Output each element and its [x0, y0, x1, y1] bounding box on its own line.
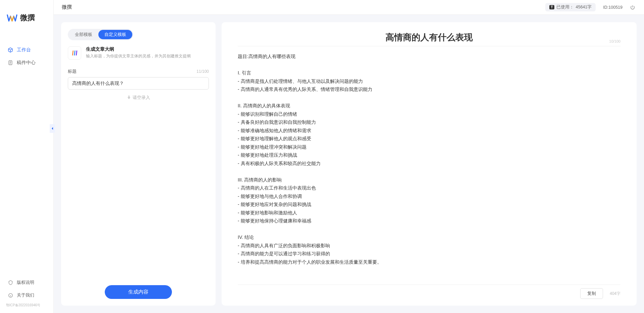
page-title: 微撰	[62, 4, 72, 10]
svg-rect-7	[128, 96, 129, 98]
usage-value: 45641字	[576, 4, 592, 10]
sidebar-item-label: 版权说明	[17, 279, 34, 285]
info-icon	[7, 292, 13, 298]
tab-custom-templates[interactable]: 自定义模板	[98, 30, 132, 39]
user-id: ID:100519	[603, 5, 623, 10]
topbar-right: T 已使用： 45641字 ID:100519	[545, 3, 636, 11]
sidebar-item-workspace[interactable]: 工作台	[0, 44, 53, 56]
copy-button[interactable]: 复制	[580, 288, 603, 299]
topbar: 微撰 T 已使用： 45641字 ID:100519	[54, 0, 644, 15]
sidebar-item-label: 关于我们	[17, 292, 34, 298]
title-field-row: 标题 11/100	[68, 68, 209, 74]
output-footer: 复制 404字	[238, 288, 620, 299]
usage-chip[interactable]: T 已使用： 45641字	[545, 3, 596, 11]
sidebar-item-about[interactable]: 关于我们	[0, 289, 53, 302]
output-heading: 高情商的人有什么表现	[238, 32, 620, 43]
main: 微撰 T 已使用： 45641字 ID:100519 全部模板 自定义模板	[54, 0, 644, 313]
output-panel: 高情商的人有什么表现 10/100 题目:高情商的人有哪些表现 I. 引言 - …	[222, 22, 637, 306]
nav: 工作台 稿件中心	[0, 27, 53, 276]
sidebar-item-label: 稿件中心	[17, 60, 36, 66]
generate-button[interactable]: 生成内容	[105, 285, 172, 299]
title-input[interactable]	[68, 77, 209, 90]
logo-text: 微撰	[20, 13, 35, 23]
input-panel: 全部模板 自定义模板 生成文章大纲 输入标题，为你提供文章主体的灵感，并为其创建…	[61, 22, 216, 306]
usage-label: 已使用：	[556, 4, 574, 10]
sidebar-bottom: 版权说明 关于我们 鄂ICP备2022016946号	[0, 276, 53, 313]
doc-icon	[7, 60, 13, 66]
sidebar-collapse-toggle[interactable]	[50, 124, 55, 133]
content: 全部模板 自定义模板 生成文章大纲 输入标题，为你提供文章主体的灵感，并为其创建…	[54, 15, 644, 313]
sidebar-item-copyright[interactable]: 版权说明	[0, 276, 53, 289]
voice-hint-label: 请空录入	[133, 95, 150, 101]
mic-icon	[127, 95, 131, 100]
power-icon[interactable]	[630, 4, 636, 10]
divider	[238, 46, 620, 46]
shield-icon	[7, 279, 13, 285]
template-desc: 输入标题，为你提供文章主体的灵感，并为其创建推文提纲	[86, 53, 191, 59]
output-body[interactable]: 题目:高情商的人有哪些表现 I. 引言 - 高情商是指人们处理情绪、与他人互动以…	[238, 52, 620, 280]
title-label: 标题	[68, 68, 77, 74]
logo: 微撰	[0, 7, 53, 27]
usage-badge-icon: T	[549, 5, 554, 9]
title-char-count: 11/100	[196, 69, 209, 74]
icp-text: 鄂ICP备2022016946号	[0, 302, 53, 310]
sidebar-item-label: 工作台	[17, 47, 31, 53]
voice-hint[interactable]: 请空录入	[68, 95, 209, 101]
tab-all-templates[interactable]: 全部模板	[69, 30, 98, 39]
cube-icon	[7, 47, 13, 53]
output-word-count: 404字	[610, 291, 620, 297]
template-info: 生成文章大纲 输入标题，为你提供文章主体的灵感，并为其创建推文提纲	[68, 46, 209, 60]
sidebar-item-drafts[interactable]: 稿件中心	[0, 56, 53, 69]
template-title: 生成文章大纲	[86, 46, 191, 52]
tabs: 全部模板 自定义模板	[68, 29, 133, 40]
logo-mark-icon	[7, 13, 17, 22]
divider	[238, 284, 620, 285]
template-icon	[68, 46, 81, 60]
sidebar: 微撰 工作台 稿件中心 版权说明	[0, 0, 54, 313]
